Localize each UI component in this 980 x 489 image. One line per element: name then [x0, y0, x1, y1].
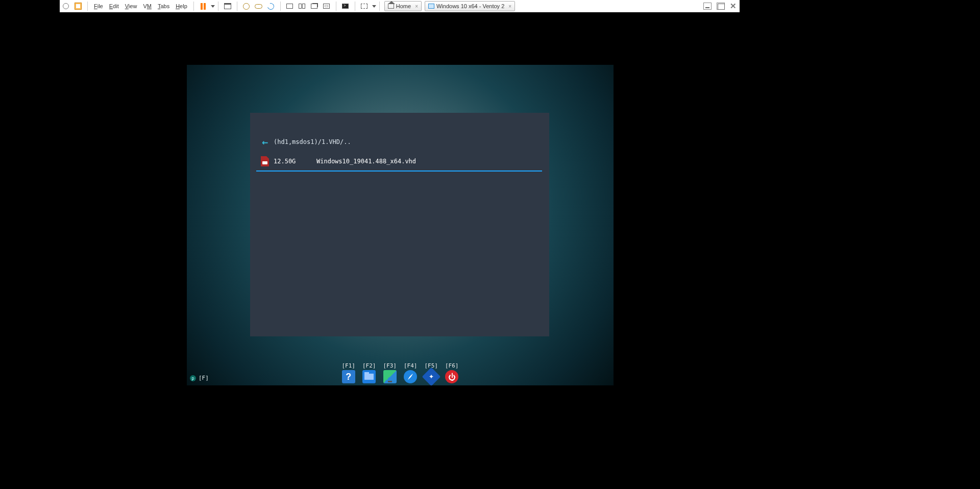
- close-tab-icon[interactable]: ×: [415, 4, 418, 9]
- separator: [355, 2, 355, 11]
- separator: [379, 2, 380, 11]
- separator: [280, 2, 281, 11]
- menu-tabs[interactable]: Tabs: [158, 3, 169, 9]
- ventoy-hotkey-bar: [F1] ? [F2] [F3] [F4] [F5] ✦ [F6] ⏻: [187, 362, 614, 383]
- key-label: [F6]: [445, 362, 459, 369]
- menu-edit[interactable]: Edit: [109, 3, 119, 9]
- separator: [87, 2, 88, 11]
- hotkey-f2[interactable]: [F2]: [362, 362, 376, 383]
- power-icon: ⏻: [445, 370, 458, 383]
- close-tab-icon[interactable]: ×: [508, 4, 511, 9]
- hotkey-f1[interactable]: [F1] ?: [342, 362, 356, 383]
- send-ctrl-alt-del-icon[interactable]: [224, 2, 232, 10]
- power-dropdown-icon[interactable]: [211, 5, 215, 8]
- menu-vm[interactable]: VM: [143, 3, 152, 9]
- ventoy-file-panel: ← (hd1,msdos1)/1.VHD/.. 12.50G Windows10…: [250, 113, 549, 336]
- separator: [218, 2, 218, 11]
- tab-vm-windows10[interactable]: Windows 10 x64 - Ventoy 2 ×: [425, 1, 515, 11]
- tab-label: Windows 10 x64 - Ventoy 2: [436, 3, 504, 9]
- key-label: [F3]: [383, 362, 397, 369]
- vhd-file-icon: [261, 156, 269, 166]
- single-window-icon[interactable]: [286, 2, 294, 10]
- hotkey-f4[interactable]: [F4]: [404, 362, 418, 383]
- multi-monitor-icon[interactable]: [298, 2, 306, 10]
- help-icon: ?: [342, 370, 355, 383]
- path-text: (hd1,msdos1)/1.VHD/..: [274, 138, 351, 145]
- pin-icon[interactable]: [62, 2, 70, 10]
- menu-file[interactable]: FFileile: [94, 3, 103, 9]
- revert-snapshot-icon[interactable]: [255, 2, 263, 10]
- key-label: [F4]: [404, 362, 418, 369]
- corner-text: [F]: [199, 375, 209, 381]
- stretch-dropdown-icon[interactable]: [372, 5, 376, 8]
- separator: [193, 2, 194, 11]
- unity-icon[interactable]: [310, 2, 318, 10]
- hotkey-f3[interactable]: [F3]: [383, 362, 397, 383]
- vmware-logo-icon[interactable]: [74, 2, 82, 10]
- back-arrow-icon: ←: [262, 136, 268, 148]
- tab-home[interactable]: Home ×: [384, 1, 422, 11]
- monitor-icon: [428, 4, 434, 9]
- ventoy-status-corner: p [F]: [190, 375, 209, 381]
- guest-display[interactable]: ← (hd1,msdos1)/1.VHD/.. 12.50G Windows10…: [187, 65, 614, 385]
- console-icon[interactable]: [341, 2, 350, 10]
- hotkey-f6[interactable]: [F6] ⏻: [445, 362, 459, 383]
- maximize-icon[interactable]: [717, 3, 725, 10]
- separator: [237, 2, 237, 11]
- status-dot-icon: p: [190, 375, 196, 381]
- file-size: 12.50G: [274, 158, 316, 165]
- vmware-toolbar: FFileile Edit View VM Tabs Help Home × W…: [60, 0, 740, 12]
- hotkey-f5[interactable]: [F5] ✦: [425, 362, 438, 383]
- display-mode-icon: [383, 370, 397, 383]
- home-icon: [388, 4, 394, 9]
- fullscreen-exit-icon[interactable]: [323, 2, 331, 10]
- tab-label: Home: [396, 3, 411, 9]
- key-label: [F1]: [342, 362, 356, 369]
- snapshot-icon[interactable]: [242, 2, 251, 10]
- separator: [336, 2, 336, 11]
- key-label: [F2]: [362, 362, 376, 369]
- file-name: Windows10_19041.488_x64.vhd: [316, 158, 416, 165]
- folder-icon: [362, 370, 376, 383]
- selection-underline: [256, 170, 542, 172]
- stretch-icon[interactable]: [360, 2, 369, 10]
- window-controls: ✕: [703, 0, 740, 12]
- manage-snapshots-icon[interactable]: [267, 2, 275, 10]
- close-window-icon[interactable]: ✕: [730, 2, 737, 11]
- localboot-icon: [404, 370, 417, 383]
- pause-vm-icon[interactable]: [199, 2, 207, 10]
- tools-icon: ✦: [422, 368, 440, 386]
- file-row-selected[interactable]: 12.50G Windows10_19041.488_x64.vhd: [250, 153, 549, 170]
- menu-help[interactable]: Help: [176, 3, 187, 9]
- parent-dir-row[interactable]: ← (hd1,msdos1)/1.VHD/..: [250, 133, 549, 151]
- menu-view[interactable]: View: [125, 3, 137, 9]
- minimize-icon[interactable]: [703, 3, 712, 10]
